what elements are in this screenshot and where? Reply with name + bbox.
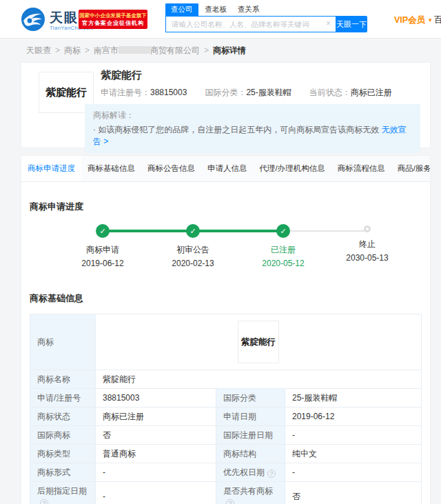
breadcrumb: 天眼查>商标>南宫市商贸有限公司>商标详情 — [0, 39, 441, 62]
chevron-down-icon: ▼ — [427, 17, 433, 23]
progress-timeline: ✓商标申请2019-06-12✓初审公告2020-02-13✓已注册2020-0… — [30, 224, 422, 274]
info-value: - — [96, 463, 216, 482]
table-row: 申请/注册号38815003国际分类25-服装鞋帽 — [30, 389, 422, 407]
info-label: 商标 — [30, 314, 96, 370]
info-value: 商标已注册 — [96, 407, 216, 426]
reg-no-value: 38815003 — [150, 88, 187, 97]
check-circle-icon: ✓ — [96, 224, 110, 238]
page: 天眼查 TianYanCha.com 国家中小企业发展子基金旗下 官方备案企业征… — [0, 0, 441, 504]
timeline-step: ✓商标申请2019-06-12 — [70, 224, 136, 268]
main-tab-5[interactable]: 商标流程信息 — [331, 156, 391, 181]
certification-badge: 国家中小企业发展子基金旗下 官方备案企业征信机构 — [79, 10, 147, 29]
interpretation-title: 商标解读： — [93, 110, 412, 121]
basic-info-section-title: 商标基础信息 — [30, 274, 422, 305]
breadcrumb-company[interactable]: 南宫市商贸有限公司 — [94, 46, 200, 55]
info-value: - — [285, 463, 422, 482]
detail-tabbar: 商标申请进度商标基础信息商标公告信息申请人信息代理/办理机构信息商标流程信息商品… — [21, 156, 430, 182]
status-label: 当前状态： — [309, 88, 351, 97]
company-prefix: 南宫市 — [94, 46, 119, 55]
search-tab-boss[interactable]: 查老板 — [205, 3, 227, 16]
pending-circle-icon — [364, 225, 371, 232]
table-row: 商标紫腚能行 — [30, 314, 422, 370]
vip-menu[interactable]: VIP会员▼ — [394, 14, 433, 26]
badge-line1: 国家中小企业发展子基金旗下 — [79, 12, 147, 19]
vip-label: VIP会员 — [394, 15, 425, 25]
info-value: 紫腚能行 — [96, 370, 422, 389]
intl-class-label: 国际分类： — [205, 88, 246, 97]
main-tab-2[interactable]: 商标公告信息 — [141, 156, 201, 181]
timeline-step: ✓初审公告2020-02-13 — [160, 224, 226, 268]
search-tab-relation[interactable]: 查关系 — [238, 3, 260, 16]
info-value: - — [96, 482, 216, 504]
step-label: 已注册 — [271, 244, 296, 256]
help-icon[interactable]: ? — [40, 499, 48, 504]
status-value: 商标已注册 — [351, 88, 392, 97]
step-label: 初审公告 — [176, 244, 209, 256]
timeline-step: 终止2030-05-13 — [334, 224, 400, 263]
badge-line2: 官方备案企业征信机构 — [82, 19, 144, 27]
info-label: 商标名称 — [30, 370, 96, 389]
step-label: 终止 — [359, 239, 376, 250]
step-date: 2019-06-12 — [81, 259, 123, 268]
timeline-step: ✓已注册2020-05-12 — [250, 224, 316, 268]
progress-section-title: 商标申请进度 — [30, 182, 422, 213]
check-circle-icon: ✓ — [186, 224, 200, 238]
search-tab-company[interactable]: 查公司 — [165, 3, 198, 16]
info-value: 25-服装鞋帽 — [285, 389, 422, 407]
table-row: 国际商标否国际注册日期- — [30, 426, 422, 445]
clear-icon[interactable]: × — [326, 19, 331, 28]
table-row: 商标类型普通商标商标结构纯中文 — [30, 445, 422, 463]
table-row: 商标状态商标已注册申请日期2019-06-12 — [30, 407, 422, 426]
info-value: 2019-06-12 — [285, 407, 422, 426]
breadcrumb-current: 商标详情 — [213, 46, 246, 55]
info-label: 国际分类 — [216, 389, 285, 407]
table-row: 商标形式-优先权日期?- — [30, 463, 422, 482]
breadcrumb-separator: > — [204, 46, 209, 55]
breadcrumb-separator: > — [85, 46, 90, 55]
tianyancha-eye-icon — [21, 7, 45, 34]
reg-no-label: 申请注册号： — [101, 88, 150, 97]
info-value: 38815003 — [96, 389, 216, 407]
search-button[interactable]: 天眼一下 — [336, 16, 367, 32]
info-label: 商标结构 — [216, 445, 285, 463]
search-input[interactable] — [165, 16, 336, 32]
trademark-detail-card: 商标申请进度商标基础信息商标公告信息申请人信息代理/办理机构信息商标流程信息商品… — [21, 155, 431, 504]
main-tab-4[interactable]: 代理/办理机构信息 — [254, 156, 331, 181]
info-label: 国际注册日期 — [216, 426, 285, 445]
info-label: 申请日期 — [216, 407, 285, 426]
info-value: 纯中文 — [285, 445, 422, 463]
main-tab-1[interactable]: 商标基础信息 — [81, 156, 141, 181]
info-value: - — [285, 426, 422, 445]
info-label: 商标状态 — [30, 407, 96, 426]
info-label: 是否共有商标? — [216, 482, 285, 504]
search-tabs: 查公司 查老板 查关系 — [165, 4, 367, 16]
help-icon[interactable]: ? — [267, 470, 276, 478]
step-label: 商标申请 — [86, 244, 119, 256]
breadcrumb-home[interactable]: 天眼查 — [26, 46, 51, 55]
interpretation-text: · 如该商标侵犯了您的品牌，自注册之日起五年内，可向商标局宣告该商标无效 — [93, 125, 379, 134]
redacted-company-name — [119, 46, 150, 54]
site-header: 天眼查 TianYanCha.com 国家中小企业发展子基金旗下 官方备案企业征… — [0, 0, 441, 39]
help-icon[interactable]: ? — [226, 499, 234, 504]
trademark-summary-card: 紫腚能行 紫腚能行 申请注册号：38815003 国际分类：25-服装鞋帽 当前… — [21, 62, 431, 148]
main-tab-0[interactable]: 商标申请进度 — [21, 156, 81, 181]
trademark-meta: 申请注册号：38815003 国际分类：25-服装鞋帽 当前状态：商标已注册 — [101, 87, 410, 99]
edge-nav-item[interactable]: 百 — [434, 14, 441, 26]
info-label: 后期指定日期? — [30, 482, 96, 504]
info-label: 国际商标 — [30, 426, 96, 445]
search-area: 查公司 查老板 查关系 × 天眼一下 — [165, 4, 367, 32]
main-tab-3[interactable]: 申请人信息 — [201, 156, 254, 181]
info-value: 否 — [285, 482, 422, 504]
main-tab-6[interactable]: 商品/服务项目 — [391, 156, 430, 181]
table-row: 商标名称紫腚能行 — [30, 370, 422, 389]
table-row: 后期指定日期?-是否共有商标?否 — [30, 482, 422, 504]
breadcrumb-trademark[interactable]: 商标 — [64, 46, 81, 55]
info-label: 申请/注册号 — [30, 389, 96, 407]
step-date: 2030-05-13 — [346, 253, 388, 263]
info-label: 商标类型 — [30, 445, 96, 463]
breadcrumb-separator: > — [55, 46, 60, 55]
trademark-interpretation: 商标解读： · 如该商标侵犯了您的品牌，自注册之日起五年内，可向商标局宣告该商标… — [85, 104, 420, 153]
info-value: 否 — [96, 426, 216, 445]
info-label: 优先权日期? — [216, 463, 285, 482]
info-label: 商标形式 — [30, 463, 96, 482]
